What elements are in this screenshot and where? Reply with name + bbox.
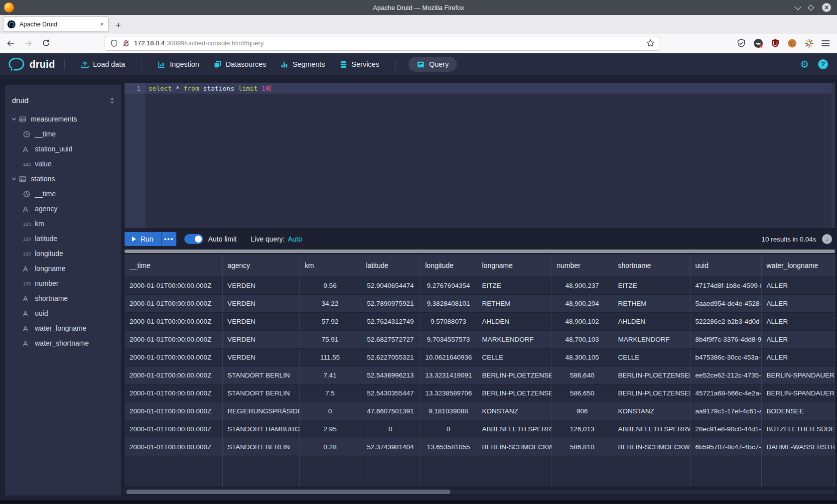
cell[interactable]: 9.181039088: [420, 402, 477, 420]
schema-name[interactable]: druid: [12, 96, 109, 105]
cell[interactable]: 28ec91e8-90c0-44d1-8f01-6c: [690, 420, 761, 438]
chevron-down-icon[interactable]: [11, 176, 19, 182]
cell[interactable]: RETHEM: [477, 294, 552, 312]
back-button[interactable]: [6, 39, 18, 47]
cell[interactable]: 10.0621640936: [420, 348, 477, 366]
cell[interactable]: ALLER: [761, 330, 835, 348]
cell[interactable]: 2000-01-01T00:00:00.000Z: [125, 348, 222, 366]
cell[interactable]: VERDEN: [222, 294, 299, 312]
cell[interactable]: REGIERUNGSPRÄSIDIUM FREIBURG: [222, 402, 299, 420]
tree-table-measurements[interactable]: measurements: [5, 112, 121, 126]
editor-scrollbar[interactable]: [832, 83, 835, 228]
tree-column-number[interactable]: 123number: [5, 276, 121, 291]
cell[interactable]: 52.7624312749: [361, 312, 420, 330]
cell[interactable]: 0.28: [299, 438, 361, 456]
cell[interactable]: 47.6607501391: [361, 402, 420, 420]
cell[interactable]: 2000-01-01T00:00:00.000Z: [125, 384, 222, 402]
nav-segments[interactable]: Segments: [273, 53, 332, 75]
cell[interactable]: 0: [420, 420, 477, 438]
cell[interactable]: VERDEN: [222, 276, 299, 294]
cell[interactable]: 5aaed954-de4e-4528-8f65-aa: [690, 294, 761, 312]
cell[interactable]: ALLER: [761, 348, 835, 366]
tree-column-water_shortname[interactable]: Awater_shortname: [5, 336, 121, 351]
column-header-shortname[interactable]: shortname: [613, 254, 690, 276]
cell[interactable]: BERLIN-SCHMOECKWITZER: [613, 438, 690, 456]
run-more-button[interactable]: ●●●: [161, 232, 176, 246]
maximize-icon[interactable]: [808, 4, 814, 11]
pane-resize-handle[interactable]: [125, 250, 835, 253]
column-header-agency[interactable]: agency: [222, 254, 299, 276]
cell[interactable]: STANDORT BERLIN: [222, 384, 299, 402]
cell[interactable]: BERLIN-SCHMOECKWITZER: [477, 438, 552, 456]
live-query-value[interactable]: Auto: [288, 235, 302, 243]
cell[interactable]: BÜTZFLETHER SÜDERELBE: [761, 420, 835, 438]
tree-column-__time[interactable]: __time: [5, 186, 121, 201]
cell[interactable]: AHLDEN: [613, 312, 690, 330]
cell[interactable]: 52.5436996213: [361, 366, 420, 384]
cell[interactable]: ALLER: [761, 294, 835, 312]
cell[interactable]: BERLIN-SPANDAUER-SCHIFFAHRTSKANAL: [761, 384, 835, 402]
tree-column-station_uuid[interactable]: Astation_uuid: [5, 141, 121, 156]
cell[interactable]: 2000-01-01T00:00:00.000Z: [125, 276, 222, 294]
cell[interactable]: VERDEN: [222, 348, 299, 366]
run-button[interactable]: Run: [125, 232, 161, 246]
cell[interactable]: AHLDEN: [477, 312, 552, 330]
cell[interactable]: 586,810: [552, 438, 613, 456]
tree-column-longitude[interactable]: 123longitude: [5, 246, 121, 261]
cell[interactable]: 52.7890975921: [361, 294, 420, 312]
cell[interactable]: BERLIN-PLOETZENSEE UP: [477, 384, 552, 402]
extension-cookie-icon[interactable]: [787, 38, 797, 48]
cell[interactable]: aa9179c1-17ef-4c61-a48a-74: [690, 402, 761, 420]
cell[interactable]: MARKLENDORF: [477, 330, 552, 348]
cell[interactable]: 48,900,102: [552, 312, 613, 330]
cell[interactable]: 111.55: [299, 348, 361, 366]
tree-column-value[interactable]: 123value: [5, 156, 121, 171]
cell[interactable]: 906: [552, 402, 613, 420]
query-text[interactable]: select * from stations limit 10: [145, 83, 832, 94]
cell[interactable]: 2000-01-01T00:00:00.000Z: [125, 366, 222, 384]
cell[interactable]: EITZE: [477, 276, 552, 294]
auto-limit-toggle[interactable]: [184, 234, 203, 244]
tree-column-uuid[interactable]: Auuid: [5, 306, 121, 321]
cell[interactable]: CELLE: [477, 348, 552, 366]
cell[interactable]: 586,650: [552, 384, 613, 402]
cell[interactable]: b475386c-30cc-453a-b3a6-2e: [690, 348, 761, 366]
cell[interactable]: STANDORT HAMBURG: [222, 420, 299, 438]
cell[interactable]: 9.2767694354: [420, 276, 477, 294]
column-header-longname[interactable]: longname: [477, 254, 552, 276]
cell[interactable]: 2000-01-01T00:00:00.000Z: [125, 438, 222, 456]
tree-column-shortname[interactable]: Ashortname: [5, 291, 121, 306]
menu-hamburger-icon[interactable]: [821, 39, 830, 47]
cell[interactable]: 7.41: [299, 366, 361, 384]
extension-colorful-flake-icon[interactable]: [804, 38, 814, 48]
cell[interactable]: BERLIN-PLOETZENSEE UP: [613, 384, 690, 402]
help-icon[interactable]: ?: [818, 59, 828, 69]
cell[interactable]: STANDORT BERLIN: [222, 438, 299, 456]
cell[interactable]: 48,700,103: [552, 330, 613, 348]
cell[interactable]: 52.3743981404: [361, 438, 420, 456]
cell[interactable]: 48,900,204: [552, 294, 613, 312]
nav-services[interactable]: Services: [332, 53, 387, 75]
tree-table-stations[interactable]: stations: [5, 171, 121, 186]
cell[interactable]: BERLIN-PLOETZENSEE OP: [477, 366, 552, 384]
cell[interactable]: 47174d8f-1b8e-4599-8a59-b5: [690, 276, 761, 294]
nav-query-active[interactable]: Query: [409, 57, 457, 72]
cell[interactable]: 13.3238589706: [420, 384, 477, 402]
cell[interactable]: 9.3828408101: [420, 294, 477, 312]
column-header-latitude[interactable]: latitude: [361, 254, 420, 276]
column-header-uuid[interactable]: uuid: [690, 254, 761, 276]
druid-brand[interactable]: druid: [8, 57, 55, 71]
reload-button[interactable]: [42, 39, 54, 47]
cell[interactable]: BODENSEE: [761, 402, 835, 420]
tree-column-longname[interactable]: Alongname: [5, 261, 121, 276]
bookmark-star-icon[interactable]: [646, 39, 655, 47]
tree-column-water_longname[interactable]: Awater_longname: [5, 321, 121, 336]
cell[interactable]: 8b4f9f7c-3376-4dd8-950c-4a: [690, 330, 761, 348]
cell[interactable]: 34.22: [299, 294, 361, 312]
cell[interactable]: 13.653581055: [420, 438, 477, 456]
cell[interactable]: RETHEM: [613, 294, 690, 312]
cell[interactable]: 9.56: [299, 276, 361, 294]
extension-containers-icon[interactable]: [753, 38, 763, 48]
cell[interactable]: 0: [299, 402, 361, 420]
cell[interactable]: VERDEN: [222, 330, 299, 348]
